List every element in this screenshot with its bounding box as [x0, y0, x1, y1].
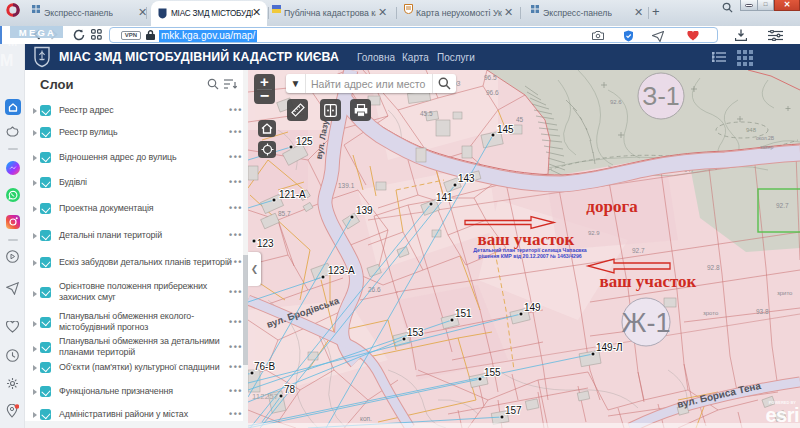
svg-text:78: 78: [284, 384, 296, 395]
svg-text:96.5: 96.5: [484, 74, 497, 81]
svg-text:92.7: 92.7: [632, 247, 645, 254]
svg-text:123-А: 123-А: [328, 265, 355, 276]
svg-text:дорога: дорога: [586, 197, 638, 216]
svg-text:85.7: 85.7: [278, 210, 291, 217]
svg-text:151: 151: [455, 308, 472, 319]
svg-text:153: 153: [407, 327, 424, 338]
svg-text:112257: 112257: [252, 392, 279, 401]
svg-text:З-1: З-1: [642, 82, 679, 110]
svg-text:139: 139: [356, 205, 373, 216]
svg-text:948: 948: [746, 127, 757, 133]
svg-text:145: 145: [497, 124, 514, 135]
svg-text:76-В: 76-В: [254, 361, 275, 372]
svg-text:ваш участок: ваш участок: [600, 272, 697, 291]
svg-text:143: 143: [458, 173, 475, 184]
svg-text:157: 157: [505, 405, 522, 416]
svg-text:92.7: 92.7: [776, 202, 789, 209]
svg-text:149-Л: 149-Л: [596, 342, 623, 353]
svg-text:139.1: 139.1: [338, 182, 355, 189]
svg-text:155: 155: [484, 367, 501, 378]
svg-text:96.6: 96.6: [486, 89, 499, 96]
svg-text:121-А: 121-А: [279, 189, 306, 200]
svg-text:зрито: зрито: [777, 290, 793, 296]
svg-text:141: 141: [436, 192, 453, 203]
svg-text:92.9: 92.9: [588, 230, 600, 236]
svg-text:45.5: 45.5: [420, 110, 433, 117]
svg-text:завер: завер: [760, 144, 773, 150]
svg-text:коп.: коп.: [360, 415, 372, 422]
svg-text:92.6: 92.6: [610, 99, 622, 105]
svg-text:зрото: зрото: [703, 310, 719, 316]
svg-text:92.8: 92.8: [707, 264, 720, 271]
svg-text:45: 45: [516, 116, 524, 123]
svg-text:26.6: 26.6: [368, 286, 381, 293]
svg-text:149: 149: [524, 302, 541, 313]
svg-text:Ж-1: Ж-1: [622, 308, 671, 338]
svg-text:рішення КМР від 20.12.2007 № 1: рішення КМР від 20.12.2007 № 1463/4296: [478, 253, 582, 259]
svg-text:93.8: 93.8: [756, 308, 769, 315]
svg-text:123: 123: [257, 238, 274, 249]
svg-text:окол.2В: окол.2В: [756, 135, 775, 141]
svg-text:125: 125: [296, 136, 313, 147]
